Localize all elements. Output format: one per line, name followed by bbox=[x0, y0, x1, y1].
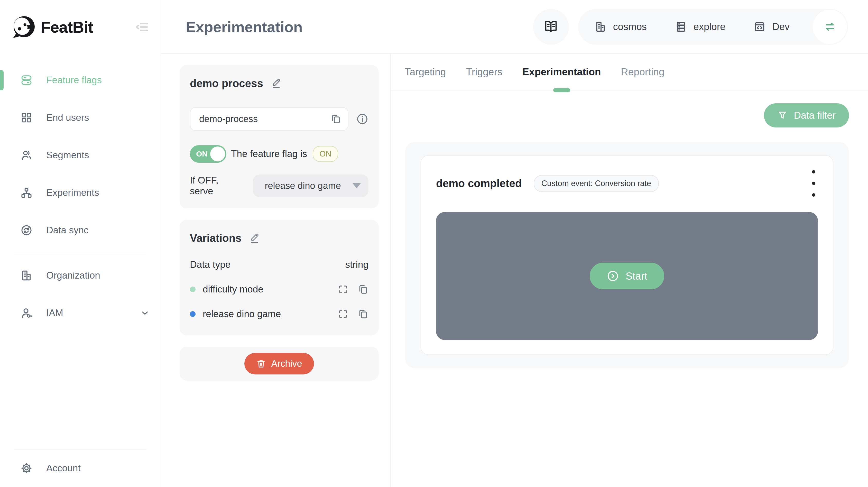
sidebar-footer: Account bbox=[0, 449, 161, 487]
sidebar-item-account[interactable]: Account bbox=[0, 450, 161, 487]
copy-variation-button[interactable] bbox=[358, 309, 369, 319]
header-controls: cosmos e bbox=[533, 9, 848, 45]
sidebar-item-organization[interactable]: Organization bbox=[0, 257, 161, 294]
edit-variations-button[interactable] bbox=[249, 233, 260, 244]
variation-name: difficulty mode bbox=[203, 284, 264, 295]
segments-icon bbox=[21, 149, 32, 161]
archive-label: Archive bbox=[271, 358, 302, 369]
sidebar-item-label: End users bbox=[46, 112, 89, 123]
kebab-dot bbox=[812, 182, 815, 185]
stack-icon bbox=[675, 21, 687, 33]
tab-reporting[interactable]: Reporting bbox=[621, 54, 664, 90]
flag-key-info-button[interactable] bbox=[356, 113, 369, 125]
variations-card: Variations Data type string bbox=[180, 220, 379, 335]
data-type-label: Data type bbox=[190, 259, 230, 270]
workspace-selector[interactable]: explore bbox=[675, 21, 726, 33]
copy-icon bbox=[331, 114, 341, 124]
environment-switcher: cosmos e bbox=[578, 9, 848, 45]
page-title: Experimentation bbox=[186, 18, 303, 35]
variations-title: Variations bbox=[190, 232, 242, 244]
kebab-dot bbox=[812, 193, 815, 196]
experiments-icon bbox=[21, 187, 32, 199]
archive-button[interactable]: Archive bbox=[244, 353, 314, 374]
data-filter-button[interactable]: Data filter bbox=[764, 103, 849, 127]
flag-status-text: The feature flag is bbox=[231, 149, 307, 159]
main-body: demo process demo-process bbox=[161, 54, 868, 487]
off-variation-select[interactable]: release dino game bbox=[253, 175, 369, 197]
kebab-dot bbox=[812, 170, 815, 174]
experiment-name: demo completed bbox=[436, 177, 522, 190]
sidebar-item-label: Feature flags bbox=[46, 75, 102, 86]
start-experiment-button[interactable]: Start bbox=[590, 263, 664, 290]
data-filter-label: Data filter bbox=[794, 110, 836, 121]
flag-status-badge: ON bbox=[313, 146, 338, 162]
tab-experimentation[interactable]: Experimentation bbox=[522, 54, 601, 90]
edit-flag-name-button[interactable] bbox=[271, 78, 282, 89]
sidebar-item-segments[interactable]: Segments bbox=[0, 136, 161, 174]
tab-label: Targeting bbox=[405, 66, 446, 78]
project-icon bbox=[595, 21, 607, 33]
sidebar-item-feature-flags[interactable]: Feature flags bbox=[0, 61, 161, 99]
project-name: cosmos bbox=[613, 21, 647, 32]
featbit-logo-icon bbox=[11, 14, 37, 40]
flag-name: demo process bbox=[190, 78, 263, 90]
experiment-menu-button[interactable] bbox=[809, 169, 818, 198]
sidebar-item-experiments[interactable]: Experiments bbox=[0, 174, 161, 212]
tab-targeting[interactable]: Targeting bbox=[405, 54, 446, 90]
data-type-value: string bbox=[345, 259, 369, 270]
swap-environment-button[interactable] bbox=[813, 10, 847, 44]
brand-header: FeatBit bbox=[0, 0, 161, 54]
sidebar: FeatBit Feature flags bbox=[0, 0, 161, 487]
sidebar-item-label: Organization bbox=[46, 270, 100, 281]
collapse-sidebar-icon bbox=[134, 20, 149, 34]
sidebar-item-label: Segments bbox=[46, 150, 89, 161]
env-selector[interactable]: Dev bbox=[754, 21, 789, 33]
copy-variation-button[interactable] bbox=[358, 284, 369, 295]
sidebar-item-end-users[interactable]: End users bbox=[0, 99, 161, 136]
sidebar-item-data-sync[interactable]: Data sync bbox=[0, 212, 161, 249]
copy-key-button[interactable] bbox=[331, 114, 341, 124]
tab-label: Reporting bbox=[621, 66, 664, 78]
off-variation-value: release dino game bbox=[265, 180, 341, 191]
experiment-card: demo completed Custom event: Conversion … bbox=[421, 155, 833, 355]
active-indicator bbox=[0, 70, 4, 90]
flag-key-input[interactable]: demo-process bbox=[190, 107, 348, 131]
sidebar-item-iam[interactable]: IAM bbox=[0, 294, 161, 332]
expand-variation-button[interactable] bbox=[338, 284, 348, 295]
main-area: Experimentation bbox=[161, 0, 868, 487]
experiment-list-container: demo completed Custom event: Conversion … bbox=[405, 142, 849, 368]
start-label: Start bbox=[626, 270, 647, 282]
experiment-event-badge: Custom event: Conversion rate bbox=[534, 175, 659, 192]
tab-triggers[interactable]: Triggers bbox=[466, 54, 502, 90]
toggle-knob bbox=[210, 147, 225, 161]
funnel-icon bbox=[777, 110, 787, 121]
data-sync-icon bbox=[21, 224, 32, 236]
experiment-chart-placeholder: Start bbox=[436, 212, 818, 340]
docs-button[interactable] bbox=[533, 9, 569, 45]
sidebar-item-label: IAM bbox=[46, 308, 63, 318]
variation-row: difficulty mode bbox=[190, 284, 369, 295]
collapse-sidebar-button[interactable] bbox=[134, 20, 149, 34]
flag-toggle[interactable]: ON bbox=[190, 145, 226, 163]
variation-row: release dino game bbox=[190, 309, 369, 319]
variation-name: release dino game bbox=[203, 309, 281, 319]
caret-down-icon bbox=[352, 183, 361, 188]
sidebar-nav: Feature flags End users bbox=[0, 54, 161, 332]
app-root: FeatBit Feature flags bbox=[0, 0, 868, 487]
pencil-icon bbox=[249, 233, 260, 244]
archive-card: Archive bbox=[180, 347, 379, 381]
flag-toggle-state: ON bbox=[196, 150, 208, 158]
variation-color-dot bbox=[190, 286, 195, 292]
env-name: Dev bbox=[772, 21, 789, 32]
flag-summary-card: demo process demo-process bbox=[180, 65, 379, 208]
sidebar-item-label: Account bbox=[46, 463, 81, 474]
project-selector[interactable]: cosmos bbox=[595, 21, 647, 33]
content-area: Targeting Triggers Experimentation Repor… bbox=[391, 54, 868, 487]
expand-variation-button[interactable] bbox=[338, 309, 348, 319]
flag-tabs: Targeting Triggers Experimentation Repor… bbox=[391, 54, 868, 90]
end-users-icon bbox=[21, 112, 32, 124]
chevron-down-icon bbox=[140, 308, 150, 318]
brand-name: FeatBit bbox=[41, 18, 93, 36]
flag-detail-panel: demo process demo-process bbox=[161, 54, 391, 487]
gear-icon bbox=[21, 462, 32, 474]
